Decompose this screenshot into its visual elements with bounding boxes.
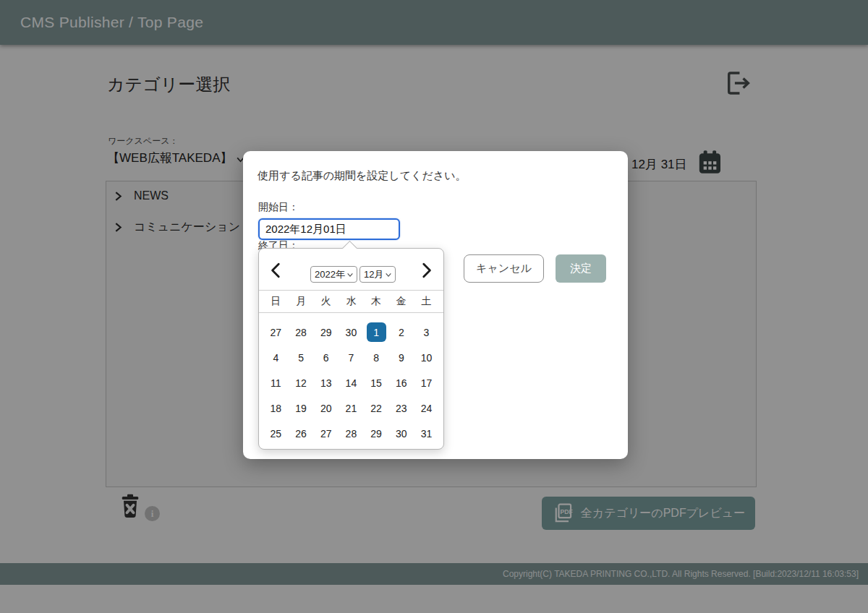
dialog-message: 使用する記事の期間を設定してください。 [258, 169, 467, 183]
calendar-day[interactable]: 30 [339, 320, 364, 345]
calendar-grid: 2728293012345678910111213141516171819202… [259, 314, 443, 446]
calendar-weekdays: 日月火水木金土 [259, 290, 443, 313]
calendar-day[interactable]: 6 [313, 345, 339, 370]
calendar-day[interactable]: 27 [313, 421, 339, 446]
calendar-day[interactable]: 29 [364, 421, 389, 446]
weekday-label: 水 [339, 291, 364, 312]
calendar-day[interactable]: 9 [388, 345, 414, 370]
calendar-day[interactable]: 19 [289, 395, 314, 421]
calendar-day[interactable]: 31 [414, 421, 439, 446]
weekday-label: 月 [289, 291, 314, 312]
calendar-day[interactable]: 30 [388, 421, 414, 446]
weekday-label: 木 [364, 291, 389, 312]
calendar-day[interactable]: 11 [263, 370, 289, 395]
calendar-day[interactable]: 10 [414, 345, 439, 370]
year-select-value: 2022年 [315, 268, 345, 281]
month-select-value: 12月 [364, 268, 383, 281]
calendar-day[interactable]: 27 [263, 320, 289, 345]
calendar-day[interactable]: 29 [313, 320, 339, 345]
calendar-day[interactable]: 17 [414, 370, 439, 395]
weekday-label: 土 [414, 291, 439, 312]
calendar-day[interactable]: 3 [414, 320, 439, 345]
calendar-day[interactable]: 18 [263, 395, 289, 421]
prev-month-button[interactable] [267, 261, 286, 280]
calendar-day[interactable]: 25 [263, 421, 289, 446]
calendar-day[interactable]: 28 [289, 320, 314, 345]
cancel-button[interactable]: キャンセル [464, 254, 544, 283]
calendar-day[interactable]: 13 [313, 370, 339, 395]
screen: CMS Publisher / Top Page カテゴリー選択 ワークスペース… [0, 0, 868, 613]
calendar-day[interactable]: 5 [289, 345, 314, 370]
calendar-day[interactable]: 20 [313, 395, 339, 421]
popup-caret [342, 241, 357, 256]
weekday-label: 火 [313, 291, 339, 312]
calendar-day[interactable]: 16 [388, 370, 414, 395]
calendar-day[interactable]: 21 [339, 395, 364, 421]
calendar-day[interactable]: 7 [339, 345, 364, 370]
calendar-day[interactable]: 8 [364, 345, 389, 370]
calendar-day[interactable]: 2 [388, 320, 414, 345]
ok-button[interactable]: 決定 [556, 254, 606, 283]
chevron-down-icon [346, 271, 354, 278]
weekday-label: 日 [263, 291, 289, 312]
chevron-down-icon [385, 271, 392, 278]
month-select[interactable]: 12月 [359, 266, 396, 283]
calendar-day[interactable]: 15 [364, 370, 389, 395]
start-date-label: 開始日： [258, 201, 299, 214]
calendar-day[interactable]: 23 [388, 395, 414, 421]
calendar-day[interactable]: 14 [339, 370, 364, 395]
calendar-day[interactable]: 26 [289, 421, 314, 446]
calendar-day[interactable]: 24 [414, 395, 439, 421]
calendar-day[interactable]: 22 [364, 395, 389, 421]
next-month-button[interactable] [417, 261, 435, 280]
period-dialog: 使用する記事の期間を設定してください。 開始日： 終了日： キャンセル 決定 2… [243, 151, 628, 459]
year-select[interactable]: 2022年 [310, 266, 357, 283]
start-date-input[interactable] [258, 218, 400, 240]
calendar-day[interactable]: 28 [339, 421, 364, 446]
calendar-day[interactable]: 1 [364, 320, 389, 345]
weekday-label: 金 [388, 291, 414, 312]
calendar-day[interactable]: 4 [263, 345, 289, 370]
date-picker-popup: 2022年 12月 日月火水木金土 2728293012345678910111… [258, 248, 444, 450]
calendar-day[interactable]: 12 [289, 370, 314, 395]
